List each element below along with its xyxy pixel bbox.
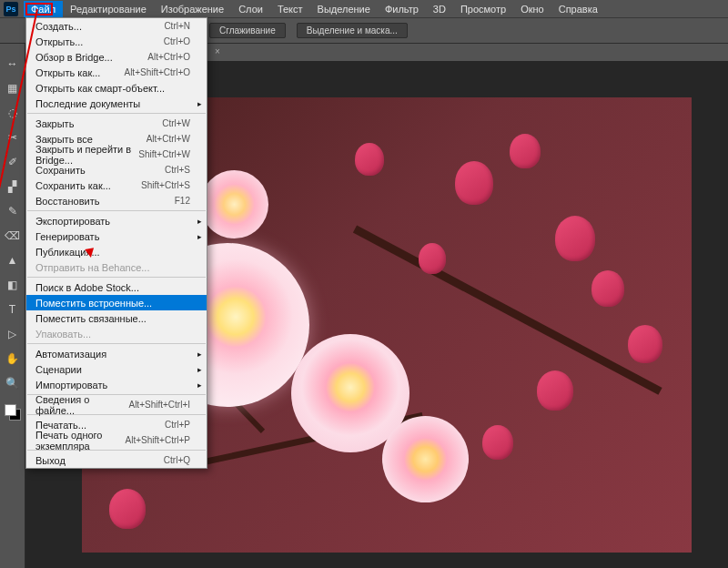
- menu-item-label: Автоматизация: [35, 349, 106, 360]
- menu-item-label: Закрыть: [35, 118, 74, 129]
- crop-tool-icon[interactable]: ✂: [4, 128, 22, 147]
- menu-item-g8-0[interactable]: ВыходCtrl+Q: [26, 452, 207, 468]
- zoom-tool-icon[interactable]: 🔍: [4, 374, 22, 392]
- pen-tool-icon[interactable]: ◧: [4, 276, 22, 294]
- lasso-tool-icon[interactable]: ◌: [4, 104, 22, 122]
- menu-item-shortcut: Shift+Ctrl+W: [138, 149, 190, 159]
- menu-filter[interactable]: Фильтр: [378, 1, 426, 17]
- menu-item-label: Упаковать...: [35, 329, 91, 340]
- annotation-highlight: [25, 3, 53, 15]
- menu-separator: [27, 210, 206, 211]
- menu-item-label: Поиск в Adobe Stock...: [35, 282, 139, 293]
- menu-item-g7-1[interactable]: Печать одного экземпляраAlt+Shift+Ctrl+P: [26, 432, 207, 448]
- menu-layers[interactable]: Слои: [231, 1, 270, 17]
- menu-item-label: Открыть как смарт-объект...: [35, 83, 165, 94]
- menu-item-label: Сценарии: [35, 364, 82, 375]
- menu-item-g5-1[interactable]: Сценарии: [26, 361, 207, 377]
- menu-item-label: Сохранить как...: [35, 180, 111, 191]
- eraser-tool-icon[interactable]: ⌫: [4, 227, 22, 245]
- menu-item-g2-3[interactable]: СохранитьCtrl+S: [26, 162, 207, 178]
- gradient-tool-icon[interactable]: ▲: [4, 251, 22, 269]
- menu-item-g1-4[interactable]: Открыть как смарт-объект...: [26, 80, 207, 96]
- menu-3d[interactable]: 3D: [426, 1, 453, 17]
- healing-tool-icon[interactable]: ▞: [4, 178, 22, 196]
- menu-item-label: Восстановить: [35, 196, 99, 207]
- type-tool-icon[interactable]: T: [4, 300, 22, 319]
- opt-antialias[interactable]: Сглаживание: [209, 23, 286, 38]
- menu-item-label: Открыть...: [35, 36, 83, 47]
- path-tool-icon[interactable]: ▷: [4, 325, 22, 343]
- close-icon[interactable]: ×: [215, 46, 220, 56]
- menu-item-label: Печать одного экземпляра: [35, 430, 126, 451]
- menu-item-g2-2[interactable]: Закрыть и перейти в Bridge...Shift+Ctrl+…: [26, 147, 207, 162]
- menu-item-shortcut: Ctrl+O: [164, 36, 190, 46]
- marquee-tool-icon[interactable]: ▦: [4, 79, 22, 97]
- menu-item-label: Импортировать: [35, 380, 107, 390]
- menu-separator: [27, 343, 206, 344]
- menu-item-shortcut: Ctrl+W: [162, 118, 190, 128]
- menu-item-g3-1[interactable]: Генерировать: [26, 228, 207, 244]
- menu-image[interactable]: Изображение: [154, 1, 231, 17]
- menu-item-shortcut: Alt+Shift+Ctrl+O: [124, 67, 190, 77]
- menu-item-g2-4[interactable]: Сохранить как...Shift+Ctrl+S: [26, 178, 207, 193]
- app-icon: Ps: [4, 2, 18, 16]
- menu-item-label: Поместить связанные...: [35, 313, 147, 324]
- menu-separator: [27, 113, 206, 114]
- menu-item-g1-3[interactable]: Открыть как...Alt+Shift+Ctrl+O: [26, 65, 207, 80]
- menu-item-label: Выход: [35, 455, 66, 466]
- menu-select[interactable]: Выделение: [310, 1, 378, 17]
- menu-item-shortcut: Alt+Shift+Ctrl+P: [126, 435, 190, 445]
- document-tab[interactable]: ×: [209, 43, 220, 59]
- menu-item-g1-5[interactable]: Последние документы: [26, 96, 207, 111]
- menu-separator: [27, 277, 206, 278]
- menu-item-shortcut: Ctrl+Q: [164, 455, 190, 465]
- menu-item-label: Открыть как...: [35, 67, 100, 78]
- menu-view[interactable]: Просмотр: [453, 1, 513, 17]
- brush-tool-icon[interactable]: ✎: [4, 202, 22, 220]
- opt-select-mask[interactable]: Выделение и маска...: [297, 23, 408, 38]
- menu-item-g4-1[interactable]: Поместить встроенные...: [26, 295, 207, 310]
- menu-item-shortcut: Ctrl+S: [165, 165, 190, 175]
- menu-item-g1-2[interactable]: Обзор в Bridge...Alt+Ctrl+O: [26, 49, 207, 65]
- menu-item-shortcut: Alt+Ctrl+O: [147, 52, 190, 62]
- annotation-arrowhead: [85, 248, 96, 259]
- menu-item-g1-0[interactable]: Создать...Ctrl+N: [26, 18, 207, 34]
- menubar: Ps Файл Редактирование Изображение Слои …: [0, 0, 728, 18]
- menu-item-g4-2[interactable]: Поместить связанные...: [26, 310, 207, 326]
- menu-item-shortcut: F12: [175, 196, 190, 206]
- move-tool-icon[interactable]: ↔: [4, 55, 22, 73]
- menu-item-shortcut: Ctrl+P: [165, 420, 190, 430]
- menu-item-label: Отправить на Behance...: [35, 262, 149, 273]
- menu-item-label: Экспортировать: [35, 216, 110, 227]
- color-swatch[interactable]: [5, 404, 21, 421]
- menu-edit[interactable]: Редактирование: [63, 1, 154, 17]
- menu-item-shortcut: Shift+Ctrl+S: [141, 180, 190, 190]
- app-icon-text: Ps: [5, 5, 15, 14]
- menu-help[interactable]: Справка: [551, 1, 605, 17]
- eyedropper-tool-icon[interactable]: ✐: [4, 153, 22, 171]
- menu-item-g1-1[interactable]: Открыть...Ctrl+O: [26, 34, 207, 49]
- menu-item-label: Сведения о файле...: [35, 394, 128, 416]
- menu-item-g3-3: Отправить на Behance...: [26, 259, 207, 275]
- menu-item-shortcut: Alt+Shift+Ctrl+I: [128, 400, 190, 410]
- menu-item-shortcut: Ctrl+N: [164, 21, 190, 31]
- menu-window[interactable]: Окно: [513, 1, 551, 17]
- hand-tool-icon[interactable]: ✋: [4, 350, 22, 368]
- menu-item-g3-0[interactable]: Экспортировать: [26, 213, 207, 228]
- menu-item-label: Последние документы: [35, 98, 140, 109]
- menu-item-g5-2[interactable]: Импортировать: [26, 377, 207, 392]
- menu-item-label: Поместить встроенные...: [35, 298, 152, 309]
- menu-item-label: Сохранить: [35, 165, 86, 176]
- menu-item-g2-5[interactable]: ВосстановитьF12: [26, 193, 207, 208]
- menu-item-g3-2[interactable]: Публикация...: [26, 244, 207, 259]
- menu-text[interactable]: Текст: [270, 1, 310, 17]
- menu-item-g6-0[interactable]: Сведения о файле...Alt+Shift+Ctrl+I: [26, 397, 207, 412]
- menu-item-label: Создать...: [35, 21, 82, 32]
- menu-item-label: Обзор в Bridge...: [35, 52, 113, 63]
- menu-item-g4-3: Упаковать...: [26, 326, 207, 341]
- menu-item-g4-0[interactable]: Поиск в Adobe Stock...: [26, 279, 207, 295]
- file-menu-dropdown: Создать...Ctrl+NОткрыть...Ctrl+OОбзор в …: [25, 17, 207, 469]
- menu-item-g2-0[interactable]: ЗакрытьCtrl+W: [26, 116, 207, 131]
- menu-item-g5-0[interactable]: Автоматизация: [26, 346, 207, 361]
- tools-panel: ↔ ▦ ◌ ✂ ✐ ▞ ✎ ⌫ ▲ ◧ T ▷ ✋ 🔍: [0, 44, 25, 568]
